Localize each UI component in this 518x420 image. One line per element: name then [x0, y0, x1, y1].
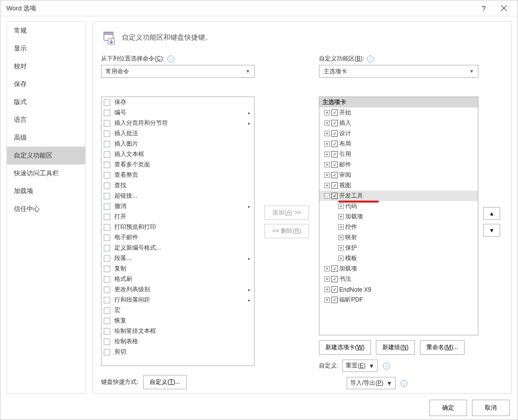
- expander-icon[interactable]: +: [338, 235, 344, 240]
- checkbox[interactable]: ✓: [331, 130, 338, 137]
- expander-icon[interactable]: +: [338, 224, 344, 230]
- commands-listbox[interactable]: 保存编号▸插入分页符和分节符▸插入批注插入图片插入文本框查看多个页面查看整页查找…: [101, 97, 255, 366]
- command-item[interactable]: 电子邮件: [102, 232, 254, 243]
- import-export-combo[interactable]: 导入/导出(P) ▼: [347, 377, 396, 389]
- expander-icon[interactable]: -: [324, 193, 330, 199]
- expander-icon[interactable]: +: [338, 214, 344, 219]
- command-item[interactable]: 剪切: [102, 347, 254, 357]
- tree-item[interactable]: +代码: [319, 201, 478, 211]
- expander-icon[interactable]: +: [324, 266, 330, 271]
- checkbox[interactable]: ✓: [331, 161, 338, 168]
- tree-item[interactable]: +✓书法: [319, 274, 478, 284]
- sidebar-item[interactable]: 常规: [7, 22, 85, 40]
- command-item[interactable]: 查看多个页面: [102, 159, 254, 170]
- command-item[interactable]: 编号▸: [102, 107, 254, 118]
- sidebar-item[interactable]: 显示: [7, 40, 85, 57]
- command-item[interactable]: 复制: [102, 263, 254, 274]
- command-item[interactable]: 行和段落间距▸: [102, 295, 254, 305]
- tree-item[interactable]: +映射: [319, 232, 478, 243]
- expander-icon[interactable]: +: [324, 152, 330, 157]
- checkbox[interactable]: ✓: [331, 297, 338, 303]
- expander-icon[interactable]: +: [324, 172, 330, 178]
- expander-icon[interactable]: +: [338, 245, 344, 251]
- command-item[interactable]: 撤消▸: [102, 201, 254, 211]
- ribbon-tree[interactable]: 主选项卡 +✓开始+✓插入+✓设计+✓布局+✓引用+✓邮件+✓审阅+✓视图-✓开…: [319, 97, 478, 335]
- command-item[interactable]: 插入文本框: [102, 149, 254, 159]
- checkbox[interactable]: ✓: [331, 276, 338, 282]
- checkbox[interactable]: ✓: [331, 193, 338, 199]
- checkbox[interactable]: ✓: [331, 120, 338, 126]
- expander-icon[interactable]: +: [324, 131, 330, 136]
- info-icon[interactable]: i: [167, 55, 174, 62]
- choose-commands-combo[interactable]: 常用命令▼: [101, 65, 255, 78]
- move-down-button[interactable]: ▼: [483, 224, 500, 237]
- add-button[interactable]: 添加(A) >>: [264, 206, 309, 220]
- info-icon[interactable]: i: [367, 55, 374, 62]
- tree-item[interactable]: +✓邮件: [319, 159, 478, 170]
- sidebar-item[interactable]: 保存: [7, 75, 85, 93]
- tree-item[interactable]: +✓加载项: [319, 263, 478, 274]
- customize-ribbon-combo[interactable]: 主选项卡▼: [319, 65, 478, 78]
- sidebar-item[interactable]: 加载项: [7, 182, 85, 200]
- info-icon[interactable]: i: [383, 363, 390, 369]
- sidebar-item[interactable]: 快速访问工具栏: [7, 164, 85, 182]
- customize-keyboard-button[interactable]: 自定义(T)...: [143, 375, 186, 389]
- command-item[interactable]: 打印预览和打印: [102, 222, 254, 232]
- sidebar-item[interactable]: 校对: [7, 57, 85, 75]
- tree-item[interactable]: +✓福昕PDF: [319, 295, 478, 305]
- expander-icon[interactable]: +: [338, 204, 344, 209]
- close-button[interactable]: [494, 0, 514, 16]
- remove-button[interactable]: << 删除(R): [264, 224, 309, 238]
- checkbox[interactable]: ✓: [331, 182, 338, 189]
- command-item[interactable]: 保存: [102, 97, 254, 107]
- command-item[interactable]: 宏: [102, 305, 254, 315]
- sidebar-item[interactable]: 高级: [7, 129, 85, 147]
- command-item[interactable]: 超链接...: [102, 191, 254, 201]
- tree-item[interactable]: +控件: [319, 222, 478, 232]
- command-item[interactable]: 插入图片: [102, 139, 254, 149]
- tree-item[interactable]: +模板: [319, 253, 478, 263]
- checkbox[interactable]: ✓: [331, 265, 338, 272]
- expander-icon[interactable]: +: [338, 256, 344, 261]
- expander-icon[interactable]: +: [324, 276, 330, 282]
- tree-item[interactable]: -✓开发工具: [319, 191, 478, 201]
- checkbox[interactable]: ✓: [331, 141, 338, 147]
- checkbox[interactable]: ✓: [331, 109, 338, 116]
- tree-item[interactable]: +✓插入: [319, 118, 478, 128]
- ok-button[interactable]: 确定: [429, 400, 467, 416]
- command-item[interactable]: 打开: [102, 211, 254, 222]
- expander-icon[interactable]: +: [324, 297, 330, 303]
- expander-icon[interactable]: +: [324, 183, 330, 188]
- sidebar-item[interactable]: 信任中心: [7, 200, 85, 218]
- checkbox[interactable]: ✓: [331, 151, 338, 158]
- rename-button[interactable]: 重命名(M)...: [420, 340, 465, 355]
- command-item[interactable]: 定义新编号格式...: [102, 243, 254, 253]
- tree-item[interactable]: +✓EndNote X9: [319, 284, 478, 295]
- reset-combo[interactable]: 重置(E) ▼: [342, 360, 378, 372]
- expander-icon[interactable]: +: [324, 120, 330, 126]
- checkbox[interactable]: ✓: [331, 172, 338, 178]
- command-item[interactable]: 格式刷: [102, 274, 254, 284]
- command-item[interactable]: 插入批注: [102, 128, 254, 139]
- command-item[interactable]: 绘制竖排文本框: [102, 326, 254, 336]
- sidebar-item[interactable]: 语言: [7, 111, 85, 129]
- command-item[interactable]: 绘制表格: [102, 336, 254, 347]
- info-icon[interactable]: i: [401, 380, 408, 387]
- cancel-button[interactable]: 取消: [472, 400, 510, 416]
- expander-icon[interactable]: +: [324, 287, 330, 292]
- tree-item[interactable]: +✓布局: [319, 139, 478, 149]
- tree-item[interactable]: +✓开始: [319, 107, 478, 118]
- new-tab-button[interactable]: 新建选项卡(W): [319, 340, 371, 355]
- command-item[interactable]: 恢复: [102, 315, 254, 326]
- command-item[interactable]: 段落...▸: [102, 253, 254, 263]
- sidebar-item[interactable]: 版式: [7, 93, 85, 111]
- tree-item[interactable]: +保护: [319, 243, 478, 253]
- help-button[interactable]: ?: [474, 0, 494, 16]
- checkbox[interactable]: ✓: [331, 286, 338, 293]
- sidebar-item[interactable]: 自定义功能区: [7, 147, 85, 164]
- tree-item[interactable]: +✓引用: [319, 149, 478, 159]
- tree-item[interactable]: +加载项: [319, 211, 478, 222]
- move-up-button[interactable]: ▲: [483, 207, 500, 220]
- new-group-button[interactable]: 新建组(N): [376, 340, 415, 355]
- tree-item[interactable]: +✓设计: [319, 128, 478, 139]
